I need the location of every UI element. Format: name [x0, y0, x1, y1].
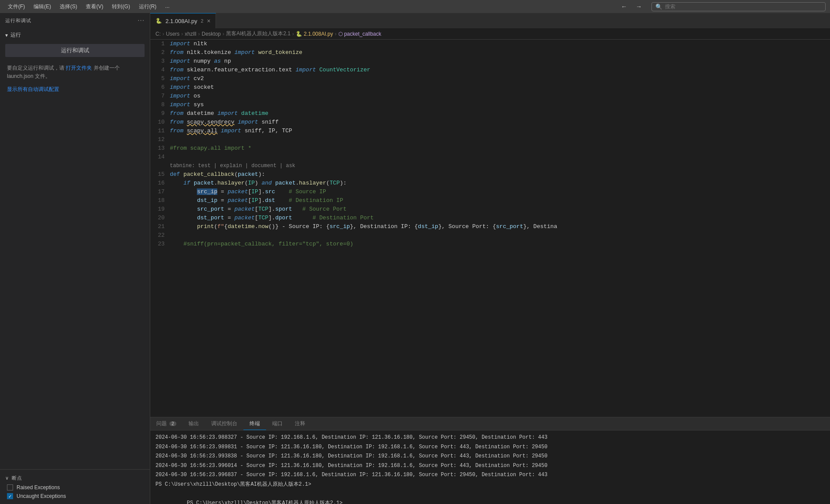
run-debug-button[interactable]: 运行和调试 [5, 44, 145, 57]
run-section-header[interactable]: ▾ 运行 [0, 30, 150, 40]
terminal-line-3: 2024-06-30 16:56:23.993838 - Source IP: … [155, 452, 825, 461]
code-line-3: 3 import numpy as np [150, 57, 830, 66]
tab-debug-console[interactable]: 调试控制台 [205, 417, 243, 430]
code-line-6: 6 import socket [150, 83, 830, 92]
menu-edit[interactable]: 编辑(E) [30, 2, 54, 11]
tab-ports-label: 端口 [272, 420, 283, 427]
titlebar: 文件(F) 编辑(E) 选择(S) 查看(V) 转到(G) 运行(R) ... … [0, 0, 830, 13]
terminal-content[interactable]: 2024-06-30 16:56:23.988327 - Source IP: … [150, 430, 830, 504]
tab-terminal[interactable]: 终端 [243, 417, 266, 430]
main-layout: 运行和调试 ··· ▾ 运行 运行和调试 要自定义运行和调试，请 打开文件夹 并… [0, 13, 830, 504]
menu-file[interactable]: 文件(F) [4, 2, 28, 11]
tab-output-label: 输出 [189, 420, 199, 427]
breadcrumb-file[interactable]: 🐍 2.1.008AI.py [296, 31, 333, 37]
code-line-20: 19 src_port = packet[TCP].sport # Source… [150, 205, 830, 214]
uncaught-exceptions-label: Uncaught Exceptions [17, 493, 66, 499]
python-file-icon: 🐍 [155, 18, 162, 24]
tab-problems-label: 问题 [156, 420, 167, 427]
tab-filename: 2.1.008AI.py [165, 18, 197, 24]
code-line-15-tabnine: tabnine: test | explain | document | ask [150, 161, 830, 170]
code-line-16: 15 def packet_callback(packet): [150, 170, 830, 179]
sidebar-info-text: 要自定义运行和调试，请 打开文件夹 并创建一个 launch.json 文件。 [0, 60, 150, 84]
code-line-4: 4 from sklearn.feature_extraction.text i… [150, 66, 830, 74]
terminal-line-1: 2024-06-30 16:56:23.988327 - Source IP: … [155, 433, 825, 443]
tab-close-button[interactable]: × [207, 17, 210, 24]
tab-bar: 🐍 2.1.008AI.py 2 × [150, 13, 830, 28]
uncaught-exceptions-checkbox[interactable] [7, 493, 13, 499]
info-text-part1: 要自定义运行和调试，请 [7, 65, 64, 71]
terminal-line-2: 2024-06-30 16:56:23.989831 - Source IP: … [155, 443, 825, 452]
breadcrumb-c[interactable]: C: [155, 31, 161, 37]
code-line-24: 23 #sniff(prn=packet_callback, filter="t… [150, 240, 830, 249]
breakpoint-uncaught-exceptions: Uncaught Exceptions [0, 492, 150, 501]
breakpoints-header[interactable]: ∨ 断点 [0, 473, 150, 483]
tab-output[interactable]: 输出 [182, 417, 205, 430]
show-configs-link[interactable]: 显示所有自动调试配置 [0, 84, 150, 95]
menu-more[interactable]: ... [162, 2, 173, 11]
sidebar-header: 运行和调试 ··· [0, 13, 150, 28]
search-input[interactable] [665, 3, 822, 10]
terminal-line-5: 2024-06-30 16:56:23.996837 - Source IP: … [155, 470, 825, 480]
breakpoints-title: 断点 [12, 475, 22, 481]
tab-comments-label: 注释 [295, 420, 305, 427]
chevron-down-icon: ▾ [5, 32, 8, 38]
code-line-11: 11 from scapy.all import sniff, IP, TCP [150, 127, 830, 135]
breadcrumb: C: › Users › xhzlll › Desktop › 黑客AI机器人原… [150, 28, 830, 40]
breakpoint-raised-exceptions: Raised Exceptions [0, 483, 150, 492]
code-line-10: 10 from scapy.sendrecv import sniff [150, 118, 830, 127]
code-line-13: 13 #from scapy.all import * [150, 144, 830, 153]
code-editor[interactable]: 1 import nltk 2 from nltk.tokenize impor… [150, 40, 830, 417]
breadcrumb-user[interactable]: xhzlll [185, 31, 196, 37]
tab-problems[interactable]: 问题 2 [150, 417, 182, 430]
breadcrumb-users[interactable]: Users [166, 31, 179, 37]
code-line-9: 9 from datetime import datetime [150, 109, 830, 118]
code-line-5: 5 import cv2 [150, 74, 830, 83]
sidebar: 运行和调试 ··· ▾ 运行 运行和调试 要自定义运行和调试，请 打开文件夹 并… [0, 13, 150, 504]
file-tab[interactable]: 🐍 2.1.008AI.py 2 × [150, 13, 216, 28]
terminal-line-4: 2024-06-30 16:56:23.996014 - Source IP: … [155, 461, 825, 471]
code-line-1: 1 import nltk [150, 40, 830, 48]
breakpoints-section: ∨ 断点 Raised Exceptions Uncaught Exceptio… [0, 469, 150, 504]
nav-back-button[interactable]: ← [618, 2, 630, 11]
code-lines: 1 import nltk 2 from nltk.tokenize impor… [150, 40, 830, 249]
search-icon: 🔍 [655, 3, 662, 10]
more-actions-icon[interactable]: ··· [138, 17, 145, 24]
breadcrumb-function[interactable]: ⬡ packet_callback [338, 31, 381, 37]
editor-area: 🐍 2.1.008AI.py 2 × C: › Users › xhzlll ›… [150, 13, 830, 504]
menu-select[interactable]: 选择(S) [56, 2, 81, 11]
code-line-21: 20 dst_port = packet[TCP].dport # Destin… [150, 214, 830, 222]
sidebar-title: 运行和调试 [5, 17, 31, 24]
tab-terminal-label: 终端 [250, 420, 260, 427]
nav-buttons: ← → [618, 2, 644, 11]
problems-badge: 2 [169, 421, 176, 426]
code-line-12: 12 [150, 135, 830, 144]
panel-tabs: 问题 2 输出 调试控制台 终端 端口 注释 [150, 417, 830, 430]
breadcrumb-desktop[interactable]: Desktop [202, 31, 221, 37]
raised-exceptions-checkbox[interactable] [7, 484, 13, 491]
code-line-2: 2 from nltk.tokenize import word_tokeniz… [150, 48, 830, 57]
run-section: ▾ 运行 运行和调试 要自定义运行和调试，请 打开文件夹 并创建一个 launc… [0, 28, 150, 97]
code-line-17: 16 if packet.haslayer(IP) and packet.has… [150, 179, 830, 188]
terminal-prompt-1: PS C:\Users\xhzlll\Desktop\黑客AI机器人原始人版本2… [155, 480, 825, 490]
menu-bar: 文件(F) 编辑(E) 选择(S) 查看(V) 转到(G) 运行(R) ... [4, 2, 173, 11]
breadcrumb-folder[interactable]: 黑客AI机器人原始人版本2.1 [226, 30, 290, 37]
menu-run[interactable]: 运行(R) [135, 2, 160, 11]
code-line-22: 21 print(f"{datetime.now()} - Source IP:… [150, 222, 830, 231]
tab-ports[interactable]: 端口 [266, 417, 289, 430]
code-line-7: 7 import os [150, 92, 830, 101]
search-bar[interactable]: 🔍 [651, 2, 826, 11]
tab-number: 2 [201, 18, 203, 24]
tab-debug-console-label: 调试控制台 [211, 420, 237, 427]
menu-goto[interactable]: 转到(G) [108, 2, 133, 11]
nav-forward-button[interactable]: → [633, 2, 644, 11]
terminal-prompt-2: PS C:\Users\xhzlll\Desktop\黑客AI机器人原始人版本2… [155, 490, 825, 504]
terminal-prompt-text: PS C:\Users\xhzlll\Desktop\黑客AI机器人原始人版本2… [187, 500, 343, 504]
run-section-label: 运行 [10, 31, 21, 39]
code-line-18: 17 src_ip = packet[IP].src # Source IP [150, 188, 830, 196]
code-line-14: 14 [150, 153, 830, 161]
code-line-23: 22 [150, 231, 830, 240]
sidebar-header-actions: ··· [138, 17, 145, 24]
open-folder-link[interactable]: 打开文件夹 [66, 65, 92, 71]
tab-comments[interactable]: 注释 [289, 417, 311, 430]
menu-view[interactable]: 查看(V) [82, 2, 107, 11]
